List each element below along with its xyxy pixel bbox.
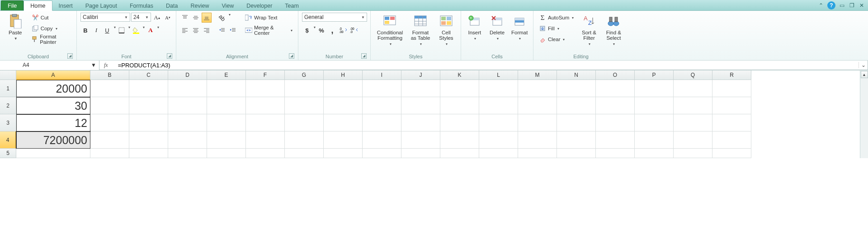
cell-O5[interactable] [596,149,635,158]
align-right-button[interactable] [202,25,212,35]
cell-J1[interactable] [401,80,440,97]
row-header-4[interactable]: 4 [0,131,16,149]
name-box[interactable]: A4 ▼ [0,61,99,70]
merge-center-button[interactable]: Merge & Center▾ [243,25,294,35]
cell-E4[interactable] [207,131,246,149]
cell-I1[interactable] [363,80,401,97]
col-header-N[interactable]: N [557,70,596,80]
cell-A1[interactable]: 20000 [16,80,90,97]
col-header-B[interactable]: B [90,70,129,80]
autosum-button[interactable]: Σ AutoSum▾ [537,13,576,23]
cell-J2[interactable] [401,97,440,114]
col-header-I[interactable]: I [363,70,401,80]
shrink-font-button[interactable]: A▾ [163,13,173,23]
cell-E5[interactable] [207,149,246,158]
cell-K1[interactable] [440,80,479,97]
decrease-indent-button[interactable] [217,25,227,35]
cell-R4[interactable] [712,131,751,149]
copy-button[interactable]: Copy▾ [30,23,73,33]
format-painter-button[interactable]: Format Painter [30,34,73,44]
increase-indent-button[interactable] [228,25,238,35]
font-color-button[interactable]: A [146,25,156,35]
cell-G1[interactable] [285,80,324,97]
cell-K3[interactable] [440,114,479,131]
col-header-R[interactable]: R [712,70,751,80]
cell-L1[interactable] [479,80,518,97]
cell-G4[interactable] [285,131,324,149]
percent-button[interactable]: % [316,25,326,35]
cell-F4[interactable] [246,131,285,149]
cell-K2[interactable] [440,97,479,114]
cell-C5[interactable] [129,149,168,158]
cell-P5[interactable] [635,149,674,158]
cell-I4[interactable] [363,131,401,149]
alignment-launcher[interactable]: ◢ [289,53,294,59]
col-header-G[interactable]: G [285,70,324,80]
cell-B1[interactable] [90,80,129,97]
cell-K4[interactable] [440,131,479,149]
tab-review[interactable]: Review [184,1,215,10]
cell-F1[interactable] [246,80,285,97]
cell-Q4[interactable] [674,131,712,149]
orientation-button[interactable]: ab [217,13,227,23]
expand-formula-bar[interactable]: ⌄ [859,62,868,68]
tab-view[interactable]: View [215,1,240,10]
number-format-select[interactable]: General▼ [302,13,367,22]
row-header-2[interactable]: 2 [0,97,16,114]
cell-Q1[interactable] [674,80,712,97]
cell-P2[interactable] [635,97,674,114]
cell-N2[interactable] [557,97,596,114]
cell-L5[interactable] [479,149,518,158]
cell-B2[interactable] [90,97,129,114]
number-launcher[interactable]: ◢ [361,53,367,59]
cell-P4[interactable] [635,131,674,149]
clipboard-launcher[interactable]: ◢ [67,53,73,59]
cell-N5[interactable] [557,149,596,158]
cell-D4[interactable] [168,131,207,149]
currency-button[interactable]: $ [302,25,312,35]
decrease-decimal-button[interactable]: .00.0 [349,25,359,35]
sort-filter-button[interactable]: AZ Sort & Filter▾ [578,13,599,48]
col-header-H[interactable]: H [324,70,363,80]
cell-D1[interactable] [168,80,207,97]
window-close-icon[interactable]: ✕ [858,2,865,9]
cell-Q5[interactable] [674,149,712,158]
tab-page-layout[interactable]: Page Layout [79,1,123,10]
find-select-button[interactable]: Find & Select▾ [603,13,625,48]
cell-A4[interactable]: 7200000 [16,131,90,149]
cell-Q3[interactable] [674,114,712,131]
cell-J4[interactable] [401,131,440,149]
cell-styles-button[interactable]: Cell Styles▾ [435,13,457,48]
italic-button[interactable]: I [91,25,101,35]
align-bottom-button[interactable] [202,13,212,23]
cell-N4[interactable] [557,131,596,149]
cell-H2[interactable] [324,97,363,114]
align-left-button[interactable] [180,25,190,35]
underline-button[interactable]: U [102,25,112,35]
align-center-button[interactable] [191,25,201,35]
cell-L3[interactable] [479,114,518,131]
cell-B5[interactable] [90,149,129,158]
cell-I3[interactable] [363,114,401,131]
cell-C1[interactable] [129,80,168,97]
cell-M4[interactable] [518,131,557,149]
formula-input[interactable] [117,61,859,70]
bold-button[interactable]: B [80,25,90,35]
cell-F2[interactable] [246,97,285,114]
cell-C4[interactable] [129,131,168,149]
border-button[interactable] [117,25,127,35]
cell-J5[interactable] [401,149,440,158]
cell-L4[interactable] [479,131,518,149]
cell-H1[interactable] [324,80,363,97]
cell-B3[interactable] [90,114,129,131]
ribbon-min-icon[interactable]: ⌃ [817,2,825,9]
cell-G3[interactable] [285,114,324,131]
cell-C3[interactable] [129,114,168,131]
tab-formulas[interactable]: Formulas [123,1,160,10]
cell-H4[interactable] [324,131,363,149]
align-middle-button[interactable] [191,13,201,23]
grow-font-button[interactable]: A▴ [152,13,162,23]
select-all-corner[interactable] [0,70,16,80]
cell-G5[interactable] [285,149,324,158]
cell-R1[interactable] [712,80,751,97]
